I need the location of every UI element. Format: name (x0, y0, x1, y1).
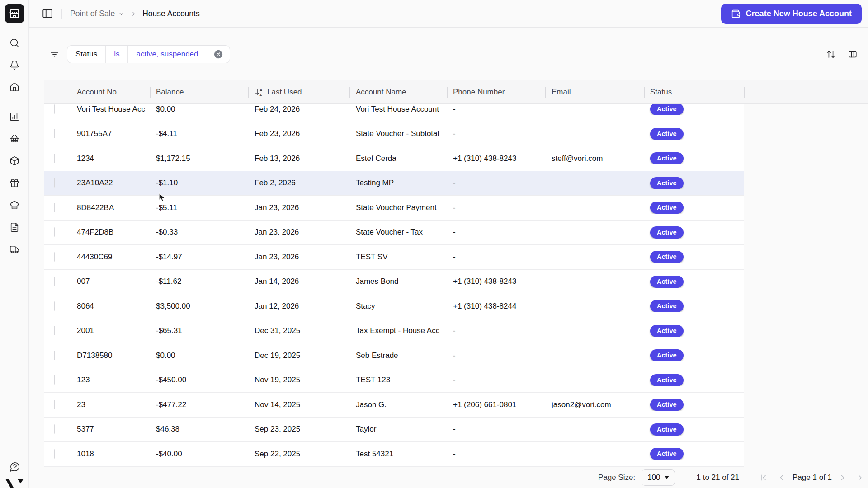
status-badge: Active (650, 423, 684, 436)
status-badge: Active (650, 152, 684, 164)
status-badge: Active (650, 374, 684, 386)
vori-logo (5, 479, 24, 488)
header-cell-balance[interactable]: Balance (150, 80, 249, 103)
table-row[interactable]: 123 -$450.00 Nov 19, 2025 TEST 123 - Act… (44, 368, 744, 393)
sort-icon[interactable] (826, 49, 836, 59)
row-checkbox[interactable] (54, 203, 55, 212)
row-checkbox-cell (44, 129, 71, 138)
help-icon[interactable] (9, 461, 19, 471)
cell-account-name: James Bond (350, 277, 447, 286)
filter-field[interactable]: Status (67, 46, 105, 63)
sidebar (0, 0, 29, 488)
page-size-dropdown[interactable]: 100 (642, 469, 675, 486)
columns-icon[interactable] (848, 49, 858, 59)
status-badge: Active (650, 226, 684, 239)
row-checkbox[interactable] (54, 326, 55, 335)
gift-icon[interactable] (9, 178, 19, 188)
cell-email: steff@vori.com (546, 154, 644, 163)
row-checkbox[interactable] (54, 400, 55, 409)
cell-balance: $46.38 (150, 425, 249, 434)
header-cell-status[interactable]: Status (644, 80, 744, 103)
table-row[interactable]: 8D8422BA -$5.11 Jan 23, 2026 State Vouch… (44, 196, 744, 221)
filter-icon[interactable] (50, 50, 59, 59)
cell-last-used: Sep 23, 2025 (249, 425, 350, 434)
row-checkbox[interactable] (54, 252, 55, 262)
chef-hat-icon[interactable] (9, 200, 19, 210)
header-cell-account-no[interactable]: Account No. (71, 80, 150, 103)
row-checkbox-cell (44, 154, 71, 163)
row-checkbox[interactable] (54, 154, 55, 163)
row-checkbox[interactable] (54, 227, 55, 237)
cell-status: Active (644, 448, 744, 460)
table-row[interactable]: 23A10A22 -$1.10 Feb 2, 2026 Testing MP -… (44, 171, 744, 196)
previous-page-icon[interactable] (777, 473, 786, 482)
row-checkbox[interactable] (54, 375, 55, 385)
table-row[interactable]: D7138580 $0.00 Dec 19, 2025 Seb Estrade … (44, 343, 744, 368)
row-checkbox-cell (44, 178, 71, 188)
package-icon[interactable] (9, 156, 19, 166)
cell-account-no: 23 (71, 400, 150, 409)
row-checkbox[interactable] (54, 129, 55, 138)
cell-status: Active (644, 374, 744, 386)
bar-chart-icon[interactable] (9, 112, 19, 122)
header-cell-account-name[interactable]: Account Name (350, 80, 447, 103)
pagination-bar: Page Size: 100 1 to 21 of 21 Page 1 of 1 (29, 467, 868, 488)
table-row[interactable]: 2001 -$65.31 Dec 31, 2025 Tax Exempt - H… (44, 319, 744, 344)
cell-account-no: 007 (71, 277, 150, 286)
breadcrumb: Point of Sale House Accounts (70, 9, 200, 19)
cell-account-name: State Voucher - Subtotal (350, 129, 447, 138)
header-cell-email[interactable]: Email (546, 80, 644, 103)
truck-icon[interactable] (9, 244, 19, 254)
file-text-icon[interactable] (9, 222, 19, 232)
cell-status: Active (644, 423, 744, 436)
header-cell-last-used[interactable]: AZ Last Used (249, 80, 350, 103)
table-row[interactable]: 44430C69 -$14.97 Jan 23, 2026 TEST SV - … (44, 245, 744, 270)
cell-account-name: Test 54321 (350, 450, 447, 459)
cell-phone: - (447, 425, 546, 434)
table-row[interactable]: 5377 $46.38 Sep 23, 2025 Taylor - Active (44, 418, 744, 442)
table-row[interactable]: 901755A7 -$4.11 Feb 23, 2026 State Vouch… (44, 122, 744, 147)
row-checkbox[interactable] (54, 178, 55, 188)
cell-status: Active (644, 152, 744, 164)
panel-toggle-icon[interactable] (42, 8, 53, 19)
breadcrumb-parent[interactable]: Point of Sale (70, 9, 125, 19)
first-page-icon[interactable] (759, 473, 768, 482)
table-row[interactable]: 007 -$11.62 Jan 14, 2026 James Bond +1 (… (44, 270, 744, 295)
bell-icon[interactable] (9, 60, 19, 70)
cell-last-used: Dec 31, 2025 (249, 326, 350, 335)
table-row[interactable]: 474F2D8B -$0.33 Jan 23, 2026 State Vouch… (44, 221, 744, 245)
app-logo-button[interactable] (5, 4, 24, 23)
search-icon[interactable] (9, 38, 19, 48)
cell-balance: -$11.62 (150, 277, 249, 286)
row-checkbox[interactable] (54, 277, 55, 286)
create-house-account-button[interactable]: Create New House Account (721, 4, 862, 24)
filter-operator[interactable]: is (105, 46, 127, 63)
dropdown-caret-icon (665, 476, 669, 479)
row-checkbox[interactable] (54, 449, 55, 459)
sidebar-bottom (0, 454, 28, 488)
shopping-basket-icon[interactable] (9, 134, 19, 144)
table-row[interactable]: Vori Test House Acc $0.00 Feb 24, 2026 V… (44, 104, 744, 122)
table-row[interactable]: 8064 $3,500.00 Jan 12, 2026 Stacy +1 (31… (44, 294, 744, 319)
chevron-down-icon (118, 10, 125, 17)
table-row[interactable]: 1018 -$40.00 Sep 22, 2025 Test 54321 - A… (44, 442, 744, 467)
row-checkbox[interactable] (54, 424, 55, 434)
table-row[interactable]: 1234 $1,172.15 Feb 13, 2026 Estef Cerda … (44, 146, 744, 171)
cell-account-no: 44430C69 (71, 253, 150, 262)
cell-last-used: Jan 12, 2026 (249, 302, 350, 311)
cell-phone: - (447, 253, 546, 262)
row-checkbox[interactable] (54, 301, 55, 311)
cell-last-used: Nov 19, 2025 (249, 375, 350, 385)
table-row[interactable]: 23 -$477.22 Nov 14, 2025 Jason G. +1 (20… (44, 393, 744, 418)
pagination-nav: Page 1 of 1 (759, 473, 864, 482)
row-checkbox[interactable] (54, 104, 55, 114)
home-icon[interactable] (9, 82, 19, 92)
pagination-range: 1 to 21 of 21 (697, 473, 740, 482)
next-page-icon[interactable] (838, 473, 847, 482)
header-cell-phone[interactable]: Phone Number (447, 80, 546, 103)
row-checkbox-cell (44, 253, 71, 262)
filter-remove-button[interactable] (207, 46, 230, 63)
filter-value[interactable]: active, suspended (127, 46, 206, 63)
cell-status: Active (644, 300, 744, 312)
row-checkbox[interactable] (54, 351, 55, 360)
